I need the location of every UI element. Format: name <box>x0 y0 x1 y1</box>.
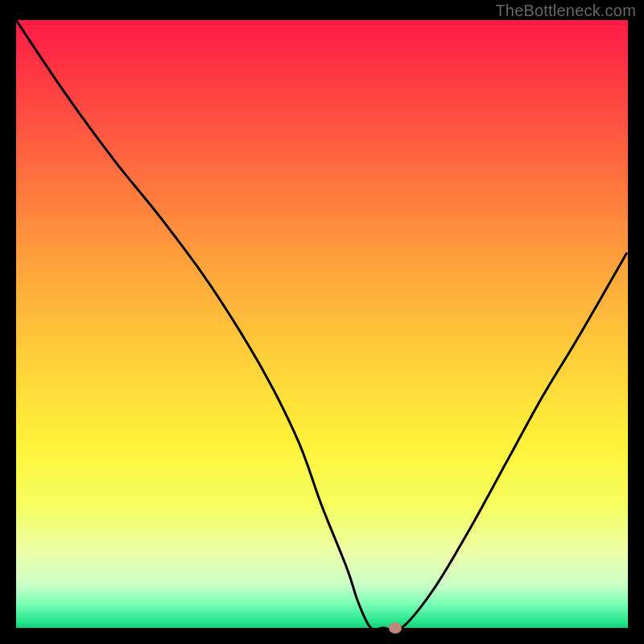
chart-plot-area <box>16 20 628 628</box>
bottleneck-curve <box>16 20 628 628</box>
optimal-point-marker <box>389 622 402 634</box>
watermark-text: TheBottleneck.com <box>495 2 636 20</box>
